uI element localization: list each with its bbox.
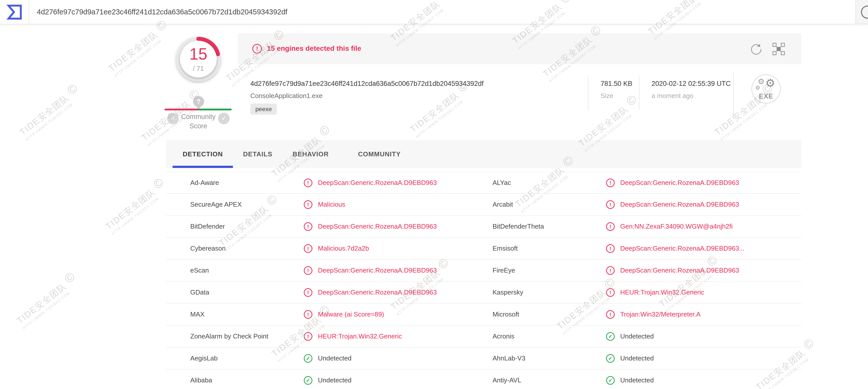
analysis-date-relative: a moment ago [651,92,693,100]
engine-name: ZoneAlarm by Check Point [190,332,304,340]
detection-result: DeepScan:Generic.RozenaA.D9EBD963... [606,244,801,253]
status-icon [304,266,312,275]
file-size-label: Size [600,92,613,100]
file-sha256[interactable]: 4d276fe97c79d9a71ee23c46ff241d12cda636a5… [250,80,484,88]
table-row: AegisLab Undetected AhnLab-V3 Undetected [166,348,801,369]
detection-result: Trojan:Win32/Meterpreter.A [606,310,801,319]
file-size-value: 781.50 KB [600,80,632,88]
gear-icon: ⚙ [765,77,775,89]
detection-result: HEUR:Trojan.Win32.Generic [304,332,493,341]
status-icon [304,354,312,363]
engine-name: AhnLab-V3 [493,354,606,362]
similar-files-button[interactable] [772,43,785,56]
file-tag-peexe[interactable]: peexe [250,104,277,115]
engine-name: SecureAge APEX [190,200,304,209]
virustotal-logo[interactable] [6,3,23,21]
table-row: Alibaba Undetected Antiy-AVL Undetected [166,369,801,389]
detection-result: Malicious.7d2a2b [304,244,493,253]
tab-behavior[interactable]: BEHAVIOR [283,140,339,168]
file-info-card: 4d276fe97c79d9a71ee23c46ff241d12cda636a5… [238,64,801,128]
status-icon [304,178,312,187]
engine-name: Alibaba [190,377,304,384]
detection-result: Undetected [304,354,493,363]
tide-watermark: TIDE安全团队 ©HTTP://WWW.TIDESEC.COM [101,174,171,236]
status-icon [606,200,615,209]
engine-name: Antiy-AVL [493,377,606,384]
detection-summary-band: ! 15 engines detected this file [238,33,801,64]
virustotal-file-report-page: { "topbar": { "hash_query": "4d276fe97c7… [0,0,868,389]
detection-result: DeepScan:Generic.RozenaA.D9EBD963 [304,178,493,187]
engine-name: GData [190,288,304,296]
detection-result: Undetected [606,354,801,363]
table-row: SecureAge APEX Malicious Arcabit DeepSca… [166,194,801,216]
status-icon [606,354,615,363]
status-icon [606,266,615,275]
engine-name: FireEye [493,267,606,274]
engine-name: Microsoft [493,310,606,318]
status-icon [304,244,312,253]
detection-result: HEUR:Trojan.Win32.Generic [606,288,801,297]
status-icon [606,376,615,385]
report-tabs: DETECTION DETAILS BEHAVIOR COMMUNITY [166,140,801,168]
table-row: Ad-Aware DeepScan:Generic.RozenaA.D9EBD9… [166,172,801,194]
detection-results-table: Ad-Aware DeepScan:Generic.RozenaA.D9EBD9… [166,172,801,389]
status-icon [606,310,615,319]
engine-name: Arcabit [493,200,606,209]
top-navigation-bar: 4d276fe97c79d9a71ee23c46ff241d12cda636a5… [0,0,868,24]
tide-watermark: TIDE安全团队 ©HTTP://WWW.TIDESEC.COM [103,17,174,78]
table-row: ZoneAlarm by Check Point HEUR:Trojan.Win… [166,326,801,348]
detection-result: Gen:NN.ZexaF.34090.WGW@a4njh2fi [606,222,801,231]
engine-name: BitDefenderTheta [493,223,606,230]
engine-name: MAX [190,310,304,318]
divider [588,76,588,110]
table-row: Cybereason Malicious.7d2a2b Emsisoft Dee… [166,238,801,260]
community-bar-positive [198,109,231,110]
engine-name: eScan [190,267,304,274]
table-row: BitDefender DeepScan:Generic.RozenaA.D9E… [166,216,801,238]
status-icon [304,310,312,319]
tab-details[interactable]: DETAILS [233,140,282,168]
detection-result: Undetected [606,376,801,385]
topbar-divider [29,0,29,24]
detection-result: Malicious [304,200,493,209]
search-hash-input[interactable]: 4d276fe97c79d9a71ee23c46ff241d12cda636a5… [37,0,287,24]
engine-name: ALYac [493,179,606,187]
community-score-bar [164,109,231,110]
alert-icon: ! [252,44,262,54]
status-icon [304,200,312,209]
status-icon [304,288,312,297]
table-row: eScan DeepScan:Generic.RozenaA.D9EBD963 … [166,260,801,282]
analysis-date: 2020-02-12 02:55:39 UTC [651,80,731,88]
question-pin-icon[interactable]: ? [193,96,204,107]
status-icon [304,222,312,231]
community-score-label: Community Score [177,112,220,131]
topbar-right-segment [856,0,868,24]
status-icon [304,376,312,385]
tab-community[interactable]: COMMUNITY [348,140,411,168]
tab-detection[interactable]: DETECTION [173,140,233,168]
status-icon [606,178,615,187]
engine-name: Acronis [493,332,606,340]
detection-result: DeepScan:Generic.RozenaA.D9EBD963 [606,266,801,275]
detection-result: Malware (ai Score=89) [304,310,493,319]
gear-icon: ⚙ [755,85,760,91]
status-icon [606,288,615,297]
status-icon [606,332,615,341]
account-icon[interactable] [861,5,868,19]
detection-result: DeepScan:Generic.RozenaA.D9EBD963 [304,222,493,231]
score-total: / 71 [193,65,204,73]
reanalyze-button[interactable] [750,43,763,56]
detection-result: Undetected [606,332,801,341]
engines-detected-message: 15 engines detected this file [267,45,361,53]
engine-name: Cybereason [190,245,304,252]
table-row: GData DeepScan:Generic.RozenaA.D9EBD963 … [166,282,801,304]
divider [733,73,734,118]
tide-watermark: TIDE安全团队 ©HTTP://WWW.TIDESEC.COM [14,80,85,141]
filetype-badge-label: EXE [752,92,780,100]
detection-result: DeepScan:Generic.RozenaA.D9EBD963 [606,178,801,187]
detection-result: Undetected [304,376,493,385]
engine-name: AegisLab [190,354,304,362]
score-detections: 15 [189,46,207,62]
detection-result: DeepScan:Generic.RozenaA.D9EBD963 [606,200,801,209]
detection-result: DeepScan:Generic.RozenaA.D9EBD963 [304,266,493,275]
